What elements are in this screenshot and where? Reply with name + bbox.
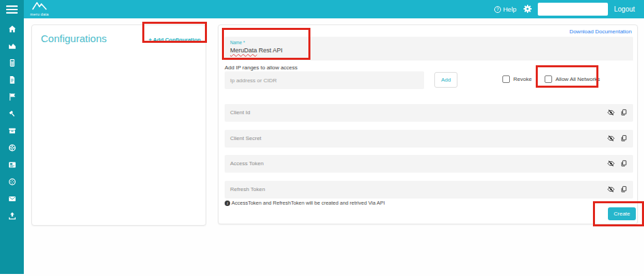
add-ip-button[interactable]: Add [434,72,457,88]
disc-icon[interactable] [7,177,17,186]
analytics-chart-icon[interactable] [7,41,17,50]
logo-text: meru data [26,12,53,16]
copy-icon[interactable] [620,160,628,167]
mail-icon[interactable] [7,194,17,203]
info-icon: i [225,201,230,206]
copy-icon[interactable] [620,135,628,142]
name-field-value: MeruData Rest API [230,47,283,54]
name-value-rest: Rest API [257,47,283,54]
add-configuration-button[interactable]: + Add Configuration [148,37,201,43]
home-icon[interactable] [7,24,17,33]
gavel-icon[interactable] [7,109,17,118]
ip-address-input[interactable] [225,71,424,89]
mountain-logo-icon [31,1,48,10]
visibility-off-icon[interactable] [607,186,615,193]
flag-icon[interactable] [7,92,17,101]
visibility-off-icon[interactable] [607,135,615,142]
download-documentation-link[interactable]: Download Documentation [569,29,632,35]
allow-all-networks-label: Allow All Networks [556,76,600,82]
visibility-off-icon[interactable] [607,109,615,116]
revoke-checkbox-box[interactable] [502,75,510,83]
token-note-text: AccessToken and RefreshToken will be cre… [231,200,385,206]
archive-box-icon[interactable] [7,126,17,135]
sidebar-nav [0,0,24,274]
refresh-token-label: Refresh Token [230,186,265,192]
question-circle-icon: ? [494,6,501,13]
revoke-checkbox-label: Revoke [513,76,532,82]
client-id-field[interactable]: Client Id [225,104,633,122]
client-secret-label: Client Secret [230,135,261,141]
page-title: Configurations [41,33,107,44]
name-field[interactable]: Name * MeruData Rest API [225,37,633,61]
top-header: meru data ? Help [0,0,644,18]
copy-icon[interactable] [620,186,628,193]
header-search-input[interactable] [538,3,608,16]
card-icon[interactable] [7,160,17,169]
app-window: meru data ? Help [0,0,644,276]
allow-all-networks-checkbox[interactable]: Allow All Networks [545,75,600,83]
app-logo[interactable]: meru data [26,1,53,16]
create-button[interactable]: Create [608,207,636,220]
sidebar-icon-list [7,24,17,220]
refresh-token-field[interactable]: Refresh Token [225,181,633,199]
client-secret-field[interactable]: Client Secret [225,130,633,148]
revoke-checkbox[interactable]: Revoke [502,75,532,83]
logout-label: Logout [614,5,635,13]
name-value-first-word: MeruData [230,47,257,54]
ip-ranges-section-label: Add IP ranges to allow access [225,65,297,71]
access-token-label: Access Token [230,160,263,167]
menu-hamburger-icon[interactable] [6,5,18,17]
copy-icon[interactable] [620,109,628,116]
life-ring-icon[interactable] [7,143,17,152]
client-id-label: Client Id [230,109,250,116]
visibility-off-icon[interactable] [607,160,615,167]
token-note: i AccessToken and RefreshToken will be c… [225,200,385,206]
help-label: Help [503,5,517,13]
allow-all-networks-checkbox-box[interactable] [545,75,552,83]
access-token-field[interactable]: Access Token [225,155,633,173]
configurations-panel: Configurations + Add Configuration [31,24,206,226]
upload-icon[interactable] [7,211,17,220]
calculator-icon[interactable] [7,58,17,67]
configuration-form-panel: Download Documentation Name * MeruData R… [218,24,638,224]
logout-button[interactable]: Logout [614,0,635,18]
document-icon[interactable] [7,75,17,84]
name-field-label: Name * [230,40,245,45]
settings-gear-icon[interactable] [522,3,533,17]
help-button[interactable]: ? Help [494,0,517,18]
